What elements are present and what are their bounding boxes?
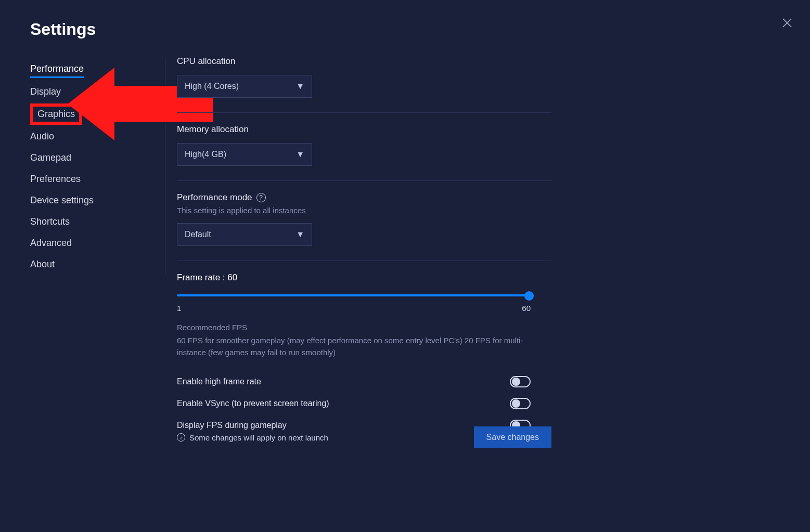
toggle-vsync[interactable] xyxy=(510,398,531,409)
toggle-label-high-frame-rate: Enable high frame rate xyxy=(177,377,261,386)
cpu-allocation-label: CPU allocation xyxy=(177,56,551,67)
slider-track xyxy=(177,294,531,296)
sidebar-item-performance[interactable]: Performance xyxy=(30,58,84,78)
footer-note: i Some changes will apply on next launch xyxy=(177,433,328,442)
divider xyxy=(177,180,551,181)
cpu-allocation-value: High (4 Cores) xyxy=(185,82,239,91)
frame-rate-max: 60 xyxy=(522,304,531,313)
sidebar-item-about[interactable]: About xyxy=(30,254,165,275)
footer-note-text: Some changes will apply on next launch xyxy=(189,433,328,442)
toggle-knob xyxy=(512,399,520,408)
caret-down-icon: ▼ xyxy=(296,82,304,91)
cpu-allocation-select[interactable]: High (4 Cores) ▼ xyxy=(177,75,312,98)
sidebar-item-gamepad[interactable]: Gamepad xyxy=(30,147,165,168)
caret-down-icon: ▼ xyxy=(296,230,304,239)
memory-allocation-label: Memory allocation xyxy=(177,124,551,135)
frame-rate-min: 1 xyxy=(177,304,181,313)
sidebar-item-display[interactable]: Display xyxy=(30,81,165,102)
sidebar-item-graphics[interactable]: Graphics xyxy=(30,103,82,125)
toggle-knob xyxy=(512,378,520,386)
save-changes-button[interactable]: Save changes xyxy=(474,426,551,448)
page-title: Settings xyxy=(30,20,96,39)
slider-thumb[interactable] xyxy=(524,291,534,301)
frame-rate-slider[interactable] xyxy=(177,290,531,301)
performance-mode-select[interactable]: Default ▼ xyxy=(177,223,312,246)
toggle-high-frame-rate[interactable] xyxy=(510,376,531,387)
slider-range-labels: 1 60 xyxy=(177,304,531,313)
close-button[interactable] xyxy=(780,16,794,30)
sidebar-item-device-settings[interactable]: Device settings xyxy=(30,190,165,211)
caret-down-icon: ▼ xyxy=(296,150,304,159)
recommended-fps-text: 60 FPS for smoother gameplay (may effect… xyxy=(177,335,536,358)
performance-mode-label-text: Performance mode xyxy=(177,192,252,203)
content-panel: CPU allocation High (4 Cores) ▼ Memory a… xyxy=(177,56,551,451)
performance-mode-label: Performance mode ? xyxy=(177,192,551,203)
memory-allocation-select[interactable]: High(4 GB) ▼ xyxy=(177,143,312,166)
recommended-fps-title: Recommended FPS xyxy=(177,323,551,332)
divider xyxy=(177,261,551,261)
close-icon xyxy=(780,16,794,30)
help-icon[interactable]: ? xyxy=(256,193,266,202)
sidebar-item-advanced[interactable]: Advanced xyxy=(30,232,165,254)
sidebar-item-audio[interactable]: Audio xyxy=(30,126,165,147)
info-icon: i xyxy=(177,433,185,442)
divider xyxy=(177,112,551,113)
toggle-label-vsync: Enable VSync (to prevent screen tearing) xyxy=(177,399,329,408)
sidebar: Performance Display Graphics Audio Gamep… xyxy=(30,58,165,275)
sidebar-item-preferences[interactable]: Preferences xyxy=(30,168,165,190)
performance-mode-sub: This setting is applied to all instances xyxy=(177,206,551,215)
performance-mode-value: Default xyxy=(185,230,211,239)
sidebar-item-shortcuts[interactable]: Shortcuts xyxy=(30,211,165,232)
footer: i Some changes will apply on next launch… xyxy=(177,426,551,448)
memory-allocation-value: High(4 GB) xyxy=(185,150,226,159)
frame-rate-label: Frame rate : 60 xyxy=(177,273,551,283)
